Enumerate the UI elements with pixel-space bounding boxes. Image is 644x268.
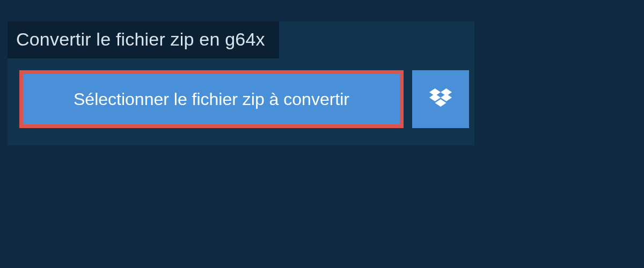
select-file-label: Sélectionner le fichier zip à convertir — [74, 90, 349, 109]
dropbox-icon — [429, 88, 452, 110]
dropbox-button[interactable] — [412, 70, 469, 128]
title-container: Convertir le fichier zip en g64x — [8, 21, 279, 58]
converter-panel: Convertir le fichier zip en g64x Sélecti… — [8, 21, 474, 145]
select-file-button[interactable]: Sélectionner le fichier zip à convertir — [19, 70, 404, 128]
page-title: Convertir le fichier zip en g64x — [16, 29, 265, 49]
button-row: Sélectionner le fichier zip à convertir — [19, 70, 474, 128]
